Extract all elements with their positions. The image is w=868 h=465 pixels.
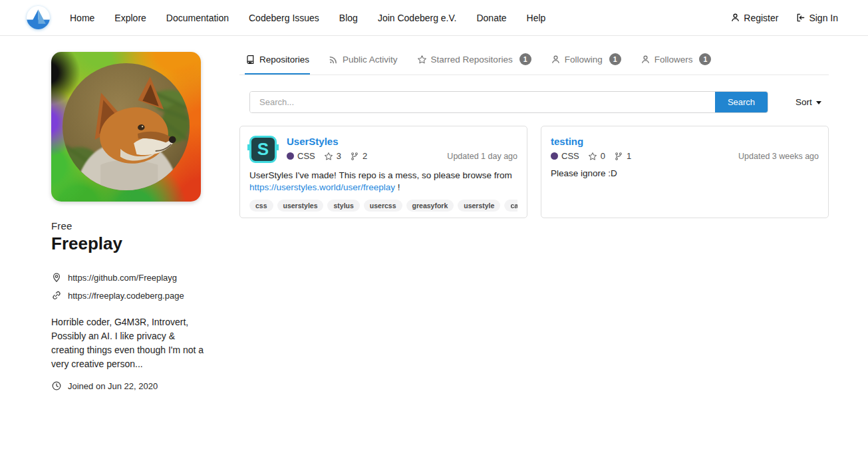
git-fork-icon	[350, 152, 359, 161]
repo-link-testing[interactable]: testing	[551, 136, 819, 147]
repo-card-head: S UserStyles CSS 3	[249, 136, 517, 163]
profile-joined-text: Joined on Jun 22, 2020	[68, 381, 158, 391]
search-button[interactable]: Search	[715, 92, 768, 112]
profile-display-name: Freeplay	[51, 233, 205, 254]
repo-updated: Updated 1 day ago	[447, 152, 517, 161]
clock-icon	[51, 381, 62, 391]
language-label: CSS	[297, 151, 315, 161]
repo-description-text: Please ignore :D	[551, 168, 617, 178]
language-dot-css	[551, 152, 558, 160]
followers-count-badge: 1	[699, 53, 711, 65]
repo-topics: css userstyles stylus usercss greasyfork…	[249, 200, 517, 212]
search-row: Search Sort	[239, 91, 829, 113]
repo-link-userstyles[interactable]: UserStyles	[287, 136, 517, 147]
location-pin-icon	[51, 272, 62, 283]
language-label: CSS	[561, 151, 579, 161]
person-icon	[641, 55, 651, 65]
profile-location-row: https://github.com/Freeplayg	[51, 272, 205, 283]
repo-head-main: testing CSS 0	[551, 136, 819, 161]
register-link[interactable]: Register	[730, 13, 778, 23]
topic-chip[interactable]: usercss	[364, 200, 402, 212]
person-icon	[551, 55, 561, 65]
fork-count: 1	[614, 151, 631, 161]
git-fork-icon	[614, 152, 623, 161]
topic-chip[interactable]: cascading-style-sheets	[504, 200, 517, 212]
tab-starred-repositories[interactable]: Starred Repositories 1	[416, 45, 532, 75]
nav-item-donate[interactable]: Donate	[476, 13, 506, 23]
tab-public-activity-label: Public Activity	[343, 55, 398, 65]
star-count: 0	[588, 151, 605, 161]
profile-avatar	[51, 52, 201, 202]
repo-head-main: UserStyles CSS 3	[287, 136, 517, 163]
nav-item-codeberg-issues[interactable]: Codeberg Issues	[249, 13, 319, 23]
nav-item-help[interactable]: Help	[527, 13, 546, 23]
tab-followers-label: Followers	[654, 55, 693, 65]
profile-links: https://github.com/Freeplayg https://fre…	[51, 272, 205, 301]
sign-in-link[interactable]: Sign In	[796, 13, 838, 23]
fork-count-value: 1	[627, 151, 631, 161]
codeberg-logo[interactable]	[26, 5, 51, 30]
repo-card-head: testing CSS 0	[551, 136, 819, 161]
tab-followers[interactable]: Followers 1	[640, 45, 712, 75]
nav-item-join-codeberg[interactable]: Join Codeberg e.V.	[378, 13, 457, 23]
fork-count: 2	[350, 151, 367, 161]
profile-sidebar: Free Freeplay https://github.com/Freepla…	[51, 36, 205, 391]
star-icon	[417, 55, 427, 65]
content: Free Freeplay https://github.com/Freepla…	[0, 36, 868, 391]
tab-following-label: Following	[565, 55, 603, 65]
userstyles-world-link[interactable]: https://userstyles.world/user/freeplay	[249, 182, 395, 192]
nav-item-home[interactable]: Home	[70, 13, 94, 23]
search-box: Search	[249, 91, 768, 113]
main-column: Repositories Public Activity Starred Rep…	[239, 36, 829, 218]
chevron-down-icon	[816, 101, 821, 104]
fox-photo	[63, 63, 190, 190]
profile-tabs: Repositories Public Activity Starred Rep…	[239, 45, 829, 75]
starred-count-badge: 1	[519, 53, 531, 65]
tab-repositories[interactable]: Repositories	[245, 47, 310, 75]
nav-item-blog[interactable]: Blog	[339, 13, 358, 23]
repo-description: UserStyles I've made! This repo is a mes…	[249, 170, 517, 194]
sort-dropdown[interactable]: Sort	[796, 97, 821, 107]
person-icon	[730, 13, 740, 23]
repo-description-suffix: !	[395, 182, 400, 192]
link-icon	[51, 290, 62, 301]
tab-repositories-label: Repositories	[259, 55, 309, 65]
profile-website-text: https://freeplay.codeberg.page	[68, 291, 184, 301]
nav-item-explore[interactable]: Explore	[114, 13, 146, 23]
tab-following[interactable]: Following 1	[550, 45, 622, 75]
star-count-value: 3	[337, 151, 341, 161]
repo-updated: Updated 3 weeks ago	[738, 152, 819, 161]
star-icon	[324, 152, 333, 161]
following-count-badge: 1	[609, 53, 621, 65]
repo-icon	[245, 55, 255, 65]
register-label: Register	[744, 13, 778, 23]
repo-avatar-stylus-s: S	[249, 136, 277, 163]
repo-description-text: UserStyles I've made! This repo is a mes…	[249, 170, 512, 180]
repo-card-testing: testing CSS 0	[541, 126, 829, 218]
profile-bio: Horrible coder, G4M3R, Introvert, Possib…	[51, 315, 205, 371]
topic-chip[interactable]: userstyle	[458, 200, 500, 212]
profile-joined-row: Joined on Jun 22, 2020	[51, 381, 205, 391]
profile-location-text: https://github.com/Freeplayg	[68, 273, 177, 283]
topic-chip[interactable]: css	[249, 200, 273, 212]
rss-icon	[329, 55, 339, 65]
fork-count-value: 2	[362, 151, 367, 161]
star-count-value: 0	[601, 151, 605, 161]
tab-public-activity[interactable]: Public Activity	[328, 47, 398, 75]
nav-item-documentation[interactable]: Documentation	[166, 13, 229, 23]
profile-username: Free	[51, 220, 205, 232]
star-icon	[588, 152, 597, 161]
nav-links: Home Explore Documentation Codeberg Issu…	[70, 13, 545, 23]
repo-card-userstyles: S UserStyles CSS 3	[239, 126, 527, 218]
navbar-right: Register Sign In	[730, 13, 838, 23]
star-count: 3	[324, 151, 341, 161]
repository-list: S UserStyles CSS 3	[239, 126, 829, 218]
profile-website-row[interactable]: https://freeplay.codeberg.page	[51, 290, 205, 301]
sign-in-icon	[796, 13, 805, 23]
topic-chip[interactable]: greasyfork	[406, 200, 454, 212]
topic-chip[interactable]: userstyles	[277, 200, 324, 212]
sort-label: Sort	[796, 97, 812, 107]
search-input[interactable]	[250, 92, 715, 112]
tab-starred-label: Starred Repositories	[431, 55, 513, 65]
topic-chip[interactable]: stylus	[327, 200, 359, 212]
